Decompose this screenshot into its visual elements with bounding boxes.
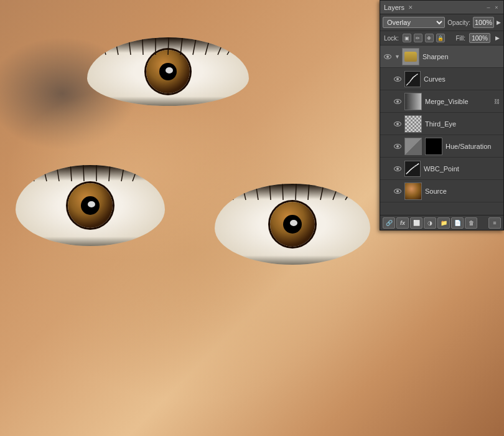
eye-icon-source <box>394 189 401 194</box>
lock-row: Lock: ▣ ✏ ✙ 🔒 Fill: 100% ▶ <box>380 31 503 45</box>
thumb-hue-mask <box>425 138 442 155</box>
eye-icon-curves <box>394 77 401 82</box>
fx-button[interactable]: fx <box>396 217 409 229</box>
adjustment-button[interactable]: ◑ <box>424 217 436 229</box>
panel-titlebar: Layers ✕ – × <box>380 1 503 14</box>
panel-menu-button[interactable]: ≡ <box>488 217 501 229</box>
panel-title-area: Layers ✕ <box>384 4 413 11</box>
panel-close-button[interactable]: × <box>493 4 500 11</box>
eye-icon-sharpen <box>384 54 391 59</box>
left-eye-lashes-bottom <box>16 237 165 246</box>
left-highlight <box>88 201 95 207</box>
new-layer-button[interactable]: 📄 <box>451 217 464 229</box>
left-iris <box>68 183 113 228</box>
layer-row-hue-saturation[interactable]: Hue/Saturation <box>380 135 503 158</box>
layer-row-merge-visible[interactable]: Merge_Visible ⛓ <box>380 90 503 113</box>
lock-paint-button[interactable]: ✏ <box>414 34 422 42</box>
eye-icon-hue-saturation <box>394 144 401 149</box>
layer-name-curves: Curves <box>424 75 501 83</box>
lock-transparency-button[interactable]: ▣ <box>403 34 411 42</box>
group-button[interactable]: 📁 <box>437 217 450 229</box>
layer-row-source[interactable]: Source <box>380 180 503 202</box>
upper-lashes-bottom <box>87 97 249 106</box>
opacity-value[interactable]: 100% <box>473 17 494 28</box>
delete-layer-button[interactable]: 🗑 <box>465 217 477 229</box>
lock-all-button[interactable]: 🔒 <box>436 34 445 42</box>
layer-row-third-eye[interactable]: Third_Eye <box>380 113 503 135</box>
layer-name-sharpen: Sharpen <box>422 53 501 60</box>
visibility-merge-visible[interactable] <box>393 97 403 107</box>
layer-name-merge-visible: Merge_Visible <box>425 98 490 105</box>
blend-mode-row: Overlay Normal Multiply Screen Soft Ligh… <box>380 14 503 31</box>
mask-button[interactable]: ⬜ <box>410 217 422 229</box>
upper-iris <box>146 50 190 93</box>
visibility-sharpen[interactable] <box>383 52 393 62</box>
thumb-curves <box>404 71 421 87</box>
visibility-hue-saturation[interactable] <box>393 141 403 151</box>
visibility-curves[interactable] <box>393 74 403 84</box>
upper-pupil <box>159 63 177 80</box>
left-eye-lashes-top <box>16 165 165 181</box>
panel-minimize-button[interactable]: – <box>485 4 492 11</box>
layers-panel: Layers ✕ – × Overlay Normal Multiply Scr… <box>380 0 504 230</box>
visibility-wbc-point[interactable] <box>393 164 403 174</box>
fill-value[interactable]: 100% <box>469 33 490 43</box>
layer-name-hue-saturation: Hue/Saturation <box>446 143 501 150</box>
thumb-wbc-point <box>404 161 421 177</box>
merge-visible-extra-icon: ⛓ <box>492 97 501 106</box>
right-pupil <box>283 215 302 234</box>
upper-eye <box>87 37 249 106</box>
right-highlight <box>290 220 297 226</box>
visibility-third-eye[interactable] <box>393 119 403 129</box>
layer-row-wbc-point[interactable]: WBC_Point <box>380 158 503 180</box>
panel-tab-close[interactable]: ✕ <box>408 4 413 11</box>
layers-list: ▼ Sharpen Curves <box>380 45 503 202</box>
lock-icons-group: ▣ ✏ ✙ 🔒 <box>403 34 445 42</box>
layer-name-third-eye: Third_Eye <box>425 120 501 128</box>
eye-icon-third-eye <box>394 121 401 126</box>
layer-name-wbc-point: WBC_Point <box>424 165 501 173</box>
left-pupil <box>81 196 100 215</box>
right-eye <box>215 184 370 265</box>
eye-icon-wbc-point <box>394 166 401 171</box>
thumb-merge-visible <box>404 93 422 110</box>
thumb-third-eye <box>404 115 422 133</box>
fill-arrow[interactable]: ▶ <box>495 35 500 41</box>
fill-label: Fill: <box>455 35 465 42</box>
lock-position-button[interactable]: ✙ <box>425 34 434 42</box>
thumb-sharpen <box>402 48 419 65</box>
lock-label: Lock: <box>384 35 399 42</box>
layer-row-sharpen[interactable]: ▼ Sharpen <box>380 45 503 68</box>
upper-highlight <box>166 67 173 73</box>
link-button[interactable]: 🔗 <box>383 217 395 229</box>
folder-icon-sharpen <box>404 52 417 62</box>
visibility-source[interactable] <box>393 186 403 196</box>
layer-row-curves[interactable]: Curves <box>380 68 503 90</box>
thumb-hue-saturation <box>404 138 422 155</box>
right-eye-lashes-top <box>215 184 370 199</box>
right-eye-lashes-bottom <box>215 255 370 265</box>
right-iris <box>270 202 315 247</box>
eye-icon-merge-visible <box>394 99 401 104</box>
blend-mode-select[interactable]: Overlay Normal Multiply Screen Soft Ligh… <box>383 17 445 28</box>
layer-name-source: Source <box>425 187 501 195</box>
panel-title: Layers <box>384 4 404 11</box>
group-arrow-sharpen[interactable]: ▼ <box>394 54 402 60</box>
panel-window-buttons: – × <box>485 4 500 11</box>
layers-toolbar: 🔗 fx ⬜ ◑ 📁 📄 🗑 ≡ <box>380 215 503 230</box>
left-eye <box>16 165 165 246</box>
opacity-label: Opacity: <box>447 19 470 26</box>
thumb-source <box>404 182 422 200</box>
opacity-arrow[interactable]: ▶ <box>497 19 501 26</box>
